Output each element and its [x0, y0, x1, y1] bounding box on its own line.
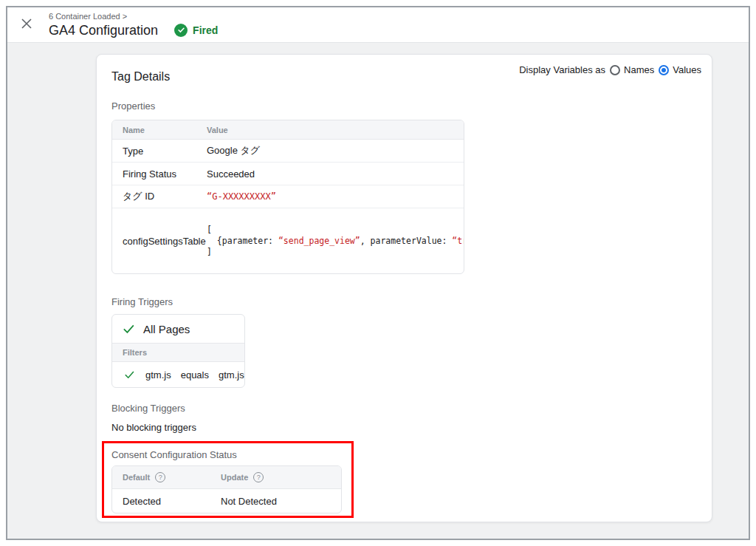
breadcrumb[interactable]: 6 Container Loaded >	[49, 12, 218, 21]
close-button[interactable]	[16, 15, 37, 35]
radio-option-names[interactable]: Names	[610, 64, 654, 75]
column-header-default: Default	[123, 473, 150, 482]
radio-values-icon[interactable]	[659, 65, 669, 75]
filter-variable: gtm.js	[145, 369, 171, 381]
status-badge: Fired	[174, 24, 218, 37]
table-row-type: Type Google タグ	[112, 140, 464, 163]
prop-name: タグ ID	[112, 190, 207, 203]
prop-value: Google タグ	[207, 144, 464, 157]
display-variables-label: Display Variables as	[519, 64, 605, 75]
fired-check-icon	[174, 24, 188, 37]
table-row-config-settings: configSettingsTable [ {parameter: “send_…	[112, 208, 464, 273]
trigger-name: All Pages	[143, 323, 190, 335]
check-icon	[124, 370, 135, 379]
prop-value-tag-id: “G-XXXXXXXXX”	[207, 191, 464, 202]
filter-operator: equals	[181, 369, 209, 381]
prop-name: Firing Status	[112, 168, 207, 180]
blocking-triggers-empty-text: No blocking triggers	[111, 422, 712, 434]
consent-status-row: Detected Not Detected	[112, 489, 341, 513]
consent-status-table: Default ? Update ? Detected Not Detected	[111, 465, 342, 513]
prop-value: Succeeded	[207, 168, 464, 180]
properties-table-header: Name Value	[112, 120, 464, 140]
page-title: GA4 Configuration	[49, 22, 158, 38]
consent-section-label: Consent Configuration Status	[111, 449, 712, 461]
check-icon	[123, 324, 135, 334]
radio-names-icon[interactable]	[610, 65, 620, 75]
consent-table-header: Default ? Update ?	[112, 466, 341, 489]
column-header-name: Name	[112, 126, 207, 134]
display-variables-group: Display Variables as Names Values	[519, 64, 701, 75]
radio-values-label[interactable]: Values	[673, 64, 701, 75]
firing-trigger-card: All Pages Filters gtm.js equals gtm.js	[111, 314, 245, 388]
firing-triggers-section-label: Firing Triggers	[111, 296, 712, 308]
title-block: 6 Container Loaded > GA4 Configuration F…	[49, 12, 218, 38]
column-header-update: Update	[221, 473, 248, 482]
config-settings-code: [ {parameter: “send_page_view”, paramete…	[207, 225, 464, 258]
close-icon	[21, 18, 32, 33]
radio-names-label[interactable]: Names	[624, 64, 654, 75]
filter-value: gtm.js	[219, 369, 244, 381]
radio-option-values[interactable]: Values	[659, 64, 701, 75]
tag-details-card: Display Variables as Names Values Tag De…	[96, 54, 712, 522]
trigger-row-all-pages[interactable]: All Pages	[112, 315, 244, 343]
table-row-tag-id: タグ ID “G-XXXXXXXXX”	[112, 185, 464, 208]
filter-row: gtm.js equals gtm.js	[112, 362, 244, 387]
fired-status-label: Fired	[193, 24, 218, 36]
header-bar: 6 Container Loaded > GA4 Configuration F…	[7, 7, 749, 43]
properties-table: Name Value Type Google タグ Firing Status …	[111, 120, 464, 274]
help-icon[interactable]: ?	[253, 472, 264, 482]
help-icon[interactable]: ?	[155, 472, 165, 482]
column-header-value: Value	[207, 126, 464, 134]
blocking-triggers-section-label: Blocking Triggers	[111, 403, 712, 414]
properties-section-label: Properties	[111, 100, 712, 112]
prop-name: configSettingsTable	[112, 236, 207, 247]
debug-window-frame: 6 Container Loaded > GA4 Configuration F…	[6, 6, 750, 540]
filters-header: Filters	[112, 343, 244, 362]
consent-default-value: Detected	[112, 496, 221, 507]
table-row-firing-status: Firing Status Succeeded	[112, 163, 464, 185]
consent-update-value: Not Detected	[221, 496, 341, 507]
prop-name: Type	[112, 146, 207, 157]
content-area: Display Variables as Names Values Tag De…	[7, 43, 749, 539]
